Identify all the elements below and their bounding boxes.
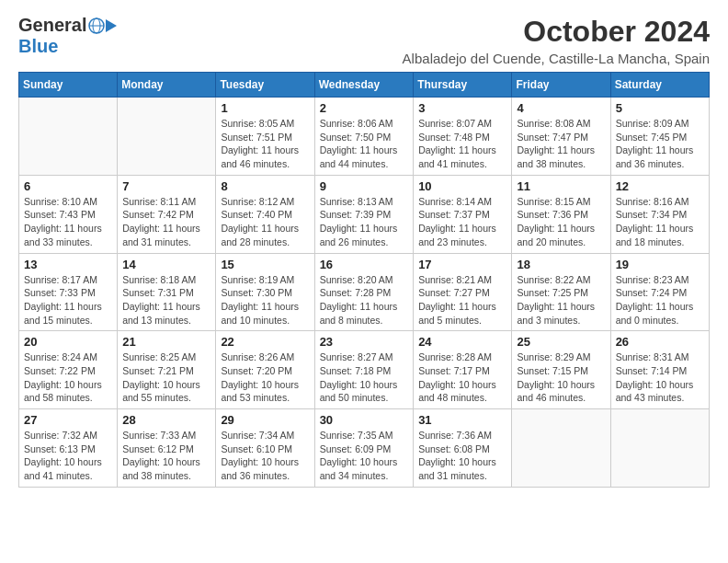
day-info: Sunrise: 8:20 AM Sunset: 7:28 PM Dayligh…	[320, 273, 409, 327]
logo-globe-icon	[88, 17, 105, 34]
day-number: 10	[418, 179, 506, 193]
calendar-cell-w2-d3: 8Sunrise: 8:12 AM Sunset: 7:40 PM Daylig…	[216, 175, 314, 253]
logo-arrow-icon	[106, 19, 117, 32]
day-number: 21	[122, 335, 210, 349]
calendar-cell-w2-d5: 10Sunrise: 8:14 AM Sunset: 7:37 PM Dayli…	[414, 175, 512, 253]
day-info: Sunrise: 8:26 AM Sunset: 7:20 PM Dayligh…	[221, 350, 309, 405]
day-number: 6	[24, 179, 112, 193]
day-info: Sunrise: 8:07 AM Sunset: 7:48 PM Dayligh…	[418, 117, 506, 171]
weekday-header-saturday: Saturday	[610, 73, 709, 98]
day-info: Sunrise: 8:24 AM Sunset: 7:22 PM Dayligh…	[24, 350, 112, 405]
day-number: 16	[320, 258, 409, 271]
calendar-cell-w3-d6: 18Sunrise: 8:22 AM Sunset: 7:25 PM Dayli…	[512, 253, 610, 331]
day-number: 23	[320, 335, 409, 349]
logo-general: General	[18, 15, 86, 36]
day-number: 15	[221, 258, 309, 271]
calendar-cell-w1-d6: 4Sunrise: 8:08 AM Sunset: 7:47 PM Daylig…	[512, 98, 610, 176]
day-number: 27	[24, 413, 112, 427]
calendar-cell-w2-d7: 12Sunrise: 8:16 AM Sunset: 7:34 PM Dayli…	[610, 175, 709, 253]
day-number: 29	[221, 413, 309, 427]
day-number: 24	[418, 335, 506, 349]
weekday-header-monday: Monday	[118, 73, 216, 98]
day-info: Sunrise: 8:10 AM Sunset: 7:43 PM Dayligh…	[24, 195, 112, 249]
day-info: Sunrise: 8:14 AM Sunset: 7:37 PM Dayligh…	[418, 195, 506, 249]
day-info: Sunrise: 7:32 AM Sunset: 6:13 PM Dayligh…	[24, 429, 112, 483]
day-info: Sunrise: 8:15 AM Sunset: 7:36 PM Dayligh…	[517, 195, 605, 249]
calendar-week-5: 27Sunrise: 7:32 AM Sunset: 6:13 PM Dayli…	[19, 409, 710, 488]
calendar-cell-w5-d2: 28Sunrise: 7:33 AM Sunset: 6:12 PM Dayli…	[118, 409, 216, 488]
day-info: Sunrise: 8:12 AM Sunset: 7:40 PM Dayligh…	[221, 195, 309, 249]
calendar-cell-w2-d6: 11Sunrise: 8:15 AM Sunset: 7:36 PM Dayli…	[512, 175, 610, 253]
day-number: 14	[122, 258, 210, 271]
calendar-cell-w4-d4: 23Sunrise: 8:27 AM Sunset: 7:18 PM Dayli…	[314, 331, 414, 409]
day-info: Sunrise: 8:18 AM Sunset: 7:31 PM Dayligh…	[122, 273, 210, 327]
day-number: 19	[616, 258, 704, 271]
calendar-week-4: 20Sunrise: 8:24 AM Sunset: 7:22 PM Dayli…	[19, 331, 710, 409]
day-number: 31	[418, 413, 506, 427]
weekday-header-friday: Friday	[512, 73, 610, 98]
calendar-cell-w2-d2: 7Sunrise: 8:11 AM Sunset: 7:42 PM Daylig…	[118, 175, 216, 253]
calendar-cell-w5-d1: 27Sunrise: 7:32 AM Sunset: 6:13 PM Dayli…	[19, 409, 118, 488]
day-number: 12	[616, 179, 704, 193]
day-info: Sunrise: 7:36 AM Sunset: 6:08 PM Dayligh…	[418, 429, 506, 483]
calendar-cell-w5-d4: 30Sunrise: 7:35 AM Sunset: 6:09 PM Dayli…	[314, 409, 414, 488]
day-number: 8	[221, 179, 309, 193]
day-number: 18	[517, 258, 605, 271]
logo: General Blue	[18, 15, 117, 57]
day-number: 1	[221, 101, 309, 115]
weekday-header-sunday: Sunday	[19, 73, 118, 98]
day-number: 2	[320, 101, 409, 115]
day-number: 22	[221, 335, 309, 349]
calendar-cell-w4-d3: 22Sunrise: 8:26 AM Sunset: 7:20 PM Dayli…	[216, 331, 314, 409]
day-number: 7	[122, 179, 210, 193]
day-number: 20	[24, 335, 112, 349]
day-info: Sunrise: 7:35 AM Sunset: 6:09 PM Dayligh…	[320, 429, 409, 483]
day-info: Sunrise: 8:08 AM Sunset: 7:47 PM Dayligh…	[517, 117, 605, 171]
calendar-cell-w3-d3: 15Sunrise: 8:19 AM Sunset: 7:30 PM Dayli…	[216, 253, 314, 331]
calendar-cell-w2-d1: 6Sunrise: 8:10 AM Sunset: 7:43 PM Daylig…	[19, 175, 118, 253]
weekday-header-thursday: Thursday	[414, 73, 512, 98]
day-number: 5	[616, 101, 704, 115]
calendar-cell-w4-d2: 21Sunrise: 8:25 AM Sunset: 7:21 PM Dayli…	[118, 331, 216, 409]
calendar-cell-w3-d5: 17Sunrise: 8:21 AM Sunset: 7:27 PM Dayli…	[414, 253, 512, 331]
calendar-cell-w2-d4: 9Sunrise: 8:13 AM Sunset: 7:39 PM Daylig…	[314, 175, 414, 253]
weekday-header-tuesday: Tuesday	[216, 73, 314, 98]
calendar-week-1: 1Sunrise: 8:05 AM Sunset: 7:51 PM Daylig…	[19, 98, 710, 176]
calendar-cell-w4-d5: 24Sunrise: 8:28 AM Sunset: 7:17 PM Dayli…	[414, 331, 512, 409]
day-info: Sunrise: 8:29 AM Sunset: 7:15 PM Dayligh…	[517, 350, 605, 405]
calendar-cell-w5-d6	[512, 409, 610, 488]
calendar-week-2: 6Sunrise: 8:10 AM Sunset: 7:43 PM Daylig…	[19, 175, 710, 253]
calendar-cell-w5-d3: 29Sunrise: 7:34 AM Sunset: 6:10 PM Dayli…	[216, 409, 314, 488]
day-info: Sunrise: 8:05 AM Sunset: 7:51 PM Dayligh…	[221, 117, 309, 171]
weekday-header-wednesday: Wednesday	[314, 73, 414, 98]
calendar-cell-w3-d2: 14Sunrise: 8:18 AM Sunset: 7:31 PM Dayli…	[118, 253, 216, 331]
calendar-cell-w1-d7: 5Sunrise: 8:09 AM Sunset: 7:45 PM Daylig…	[610, 98, 709, 176]
day-info: Sunrise: 8:27 AM Sunset: 7:18 PM Dayligh…	[320, 350, 409, 405]
calendar-cell-w3-d1: 13Sunrise: 8:17 AM Sunset: 7:33 PM Dayli…	[19, 253, 118, 331]
day-number: 4	[517, 101, 605, 115]
calendar-cell-w1-d5: 3Sunrise: 8:07 AM Sunset: 7:48 PM Daylig…	[414, 98, 512, 176]
logo-blue: Blue	[18, 36, 58, 56]
calendar-cell-w1-d4: 2Sunrise: 8:06 AM Sunset: 7:50 PM Daylig…	[314, 98, 414, 176]
weekday-header-row: SundayMondayTuesdayWednesdayThursdayFrid…	[19, 73, 710, 98]
calendar-cell-w5-d5: 31Sunrise: 7:36 AM Sunset: 6:08 PM Dayli…	[414, 409, 512, 488]
day-number: 9	[320, 179, 409, 193]
day-number: 13	[24, 258, 112, 271]
calendar-cell-w3-d7: 19Sunrise: 8:23 AM Sunset: 7:24 PM Dayli…	[610, 253, 709, 331]
day-number: 28	[122, 413, 210, 427]
day-number: 17	[418, 258, 506, 271]
day-info: Sunrise: 8:25 AM Sunset: 7:21 PM Dayligh…	[122, 350, 210, 405]
day-info: Sunrise: 8:19 AM Sunset: 7:30 PM Dayligh…	[221, 273, 309, 327]
day-number: 25	[517, 335, 605, 349]
day-number: 3	[418, 101, 506, 115]
calendar-cell-w1-d2	[118, 98, 216, 176]
day-info: Sunrise: 8:28 AM Sunset: 7:17 PM Dayligh…	[418, 350, 506, 405]
calendar-cell-w1-d1	[19, 98, 118, 176]
svg-marker-3	[106, 19, 117, 32]
day-info: Sunrise: 8:11 AM Sunset: 7:42 PM Dayligh…	[122, 195, 210, 249]
day-info: Sunrise: 8:17 AM Sunset: 7:33 PM Dayligh…	[24, 273, 112, 327]
day-info: Sunrise: 8:09 AM Sunset: 7:45 PM Dayligh…	[616, 117, 704, 171]
calendar-week-3: 13Sunrise: 8:17 AM Sunset: 7:33 PM Dayli…	[19, 253, 710, 331]
calendar: SundayMondayTuesdayWednesdayThursdayFrid…	[18, 72, 710, 488]
day-info: Sunrise: 8:16 AM Sunset: 7:34 PM Dayligh…	[616, 195, 704, 249]
